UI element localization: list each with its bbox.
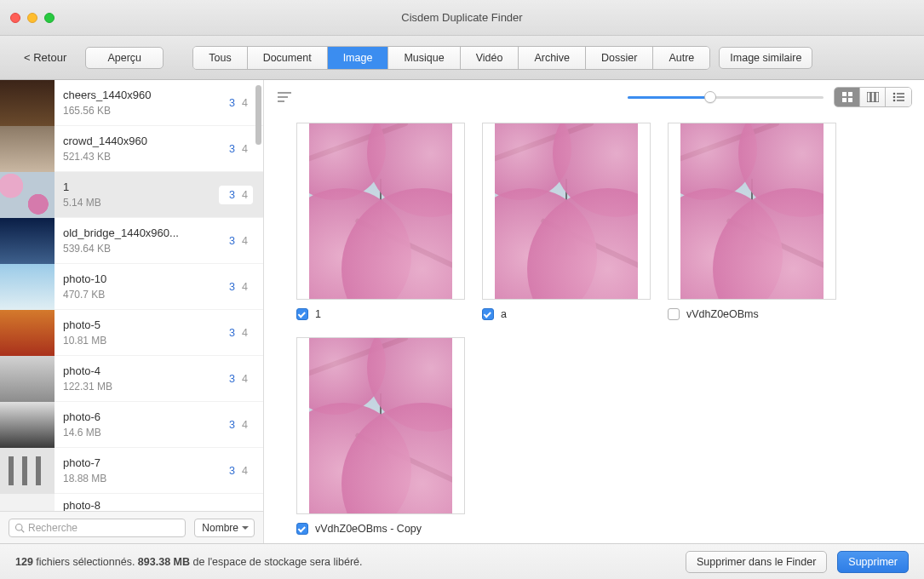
thumbnail <box>0 172 55 218</box>
footer: 129 fichiers sélectionnés. 893.38 MB de … <box>0 543 924 579</box>
list-item[interactable]: photo-8 <box>0 494 263 511</box>
selected-files-count: 129 <box>15 556 33 568</box>
svg-point-16 <box>893 100 896 102</box>
back-button[interactable]: < Retour <box>14 47 77 69</box>
list-item[interactable]: cheers_1440x960 165.56 KB 3 4 <box>0 80 263 126</box>
similar-image-button[interactable]: Image similaire <box>719 47 812 69</box>
content-toolbar <box>264 80 924 114</box>
tab-autre[interactable]: Autre <box>653 47 709 69</box>
grid-icon <box>842 92 852 102</box>
card-image <box>482 123 651 300</box>
checkbox[interactable] <box>482 308 494 320</box>
item-name: photo-8 <box>63 499 253 512</box>
item-size: 14.6 MB <box>63 427 219 439</box>
checkbox[interactable] <box>296 523 308 535</box>
thumbnail <box>0 448 55 494</box>
viewmode-group <box>834 87 912 107</box>
item-name: old_bridge_1440x960... <box>63 226 219 239</box>
status-text: 129 fichiers sélectionnés. 893.38 MB de … <box>15 556 363 568</box>
duplicate-groups-list[interactable]: cheers_1440x960 165.56 KB 3 4 crowd_1440… <box>0 80 263 511</box>
tab-musique[interactable]: Musique <box>388 47 460 69</box>
thumbnail <box>0 402 55 448</box>
list-item[interactable]: photo-7 18.88 MB 3 4 <box>0 448 263 494</box>
tab-video[interactable]: Vidéo <box>461 47 519 69</box>
svg-point-14 <box>893 96 896 99</box>
sidebar: cheers_1440x960 165.56 KB 3 4 crowd_1440… <box>0 80 264 543</box>
thumbnail <box>0 310 55 356</box>
list-item[interactable]: photo-10 470.7 KB 3 4 <box>0 264 263 310</box>
item-size: 18.88 MB <box>63 473 219 484</box>
item-size: 539.64 KB <box>63 243 219 255</box>
viewmode-columns[interactable] <box>860 88 886 106</box>
preview-button[interactable]: Aperçu <box>85 47 164 69</box>
thumbnail <box>0 80 55 126</box>
columns-icon <box>867 92 879 102</box>
item-name: 1 <box>63 181 219 193</box>
selected-count: 3 <box>229 235 235 247</box>
selected-count: 3 <box>229 143 235 155</box>
viewmode-list[interactable] <box>886 88 911 106</box>
svg-rect-9 <box>867 92 870 102</box>
list-item[interactable]: old_bridge_1440x960... 539.64 KB 3 4 <box>0 218 263 264</box>
item-name: cheers_1440x960 <box>63 89 219 101</box>
search-input[interactable]: Recherche <box>9 519 186 537</box>
scrollbar[interactable] <box>255 85 261 145</box>
freed-space: 893.38 MB <box>138 556 190 568</box>
slider-track <box>628 96 824 99</box>
selected-count: 3 <box>229 373 235 385</box>
total-count: 4 <box>242 419 248 431</box>
tab-image[interactable]: Image <box>328 47 389 69</box>
total-count: 4 <box>242 97 248 109</box>
thumbnail-size-slider[interactable] <box>628 96 824 99</box>
selected-count: 3 <box>229 465 235 477</box>
item-size: 521.43 KB <box>63 151 219 163</box>
total-count: 4 <box>242 235 248 247</box>
svg-point-0 <box>16 524 23 530</box>
window-title: Cisdem Duplicate Finder <box>0 11 924 24</box>
delete-in-finder-button[interactable]: Supprimer dans le Finder <box>686 551 827 573</box>
list-item[interactable]: crowd_1440x960 521.43 KB 3 4 <box>0 126 263 172</box>
tab-archive[interactable]: Archive <box>519 47 586 69</box>
list-item[interactable]: 1 5.14 MB 3 4 <box>0 172 263 218</box>
thumbnail <box>0 218 55 264</box>
list-item[interactable]: photo-5 10.81 MB 3 4 <box>0 310 263 356</box>
svg-rect-5 <box>842 92 847 96</box>
main: cheers_1440x960 165.56 KB 3 4 crowd_1440… <box>0 80 924 543</box>
sort-select[interactable]: Nombre <box>194 519 255 537</box>
list-item[interactable]: photo-6 14.6 MB 3 4 <box>0 402 263 448</box>
tab-dossier[interactable]: Dossier <box>586 47 653 69</box>
card-image <box>296 123 465 300</box>
thumbnail <box>0 264 55 310</box>
duplicate-card[interactable]: 1 <box>296 123 465 320</box>
duplicates-grid: 1 a vVdhZ0eOBms <box>264 114 924 543</box>
svg-rect-6 <box>848 92 852 96</box>
search-icon <box>14 523 25 533</box>
select-controls-icon[interactable] <box>276 90 293 104</box>
slider-fill <box>628 96 710 99</box>
card-image <box>668 123 836 300</box>
thumbnail <box>0 126 55 172</box>
file-name: a <box>501 308 507 320</box>
list-icon <box>892 92 904 102</box>
category-tabs: Tous Document Image Musique Vidéo Archiv… <box>192 46 710 70</box>
item-name: photo-10 <box>63 272 219 285</box>
viewmode-grid[interactable] <box>835 88 860 106</box>
svg-rect-11 <box>875 92 879 102</box>
svg-rect-8 <box>848 98 852 102</box>
slider-knob[interactable] <box>704 91 716 103</box>
file-name: vVdhZ0eOBms - Copy <box>315 523 422 535</box>
thumbnail <box>0 494 55 511</box>
delete-button[interactable]: Supprimer <box>837 551 909 573</box>
item-name: photo-6 <box>63 410 219 423</box>
duplicate-card[interactable]: vVdhZ0eOBms - Copy <box>296 337 465 535</box>
checkbox[interactable] <box>668 308 680 320</box>
duplicate-card[interactable]: a <box>482 123 651 320</box>
svg-line-1 <box>21 530 24 532</box>
thumbnail <box>0 356 55 402</box>
item-name: photo-4 <box>63 364 219 377</box>
checkbox[interactable] <box>296 308 308 320</box>
list-item[interactable]: photo-4 122.31 MB 3 4 <box>0 356 263 402</box>
tab-document[interactable]: Document <box>248 47 328 69</box>
tab-tous[interactable]: Tous <box>193 47 247 69</box>
duplicate-card[interactable]: vVdhZ0eOBms <box>668 123 836 320</box>
